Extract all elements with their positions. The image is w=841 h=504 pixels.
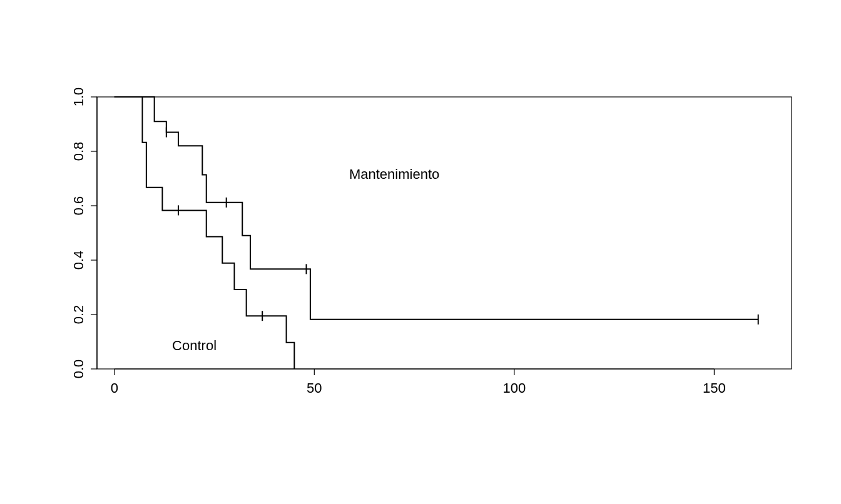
km-curve-control: [115, 97, 295, 369]
x-tick-label: 150: [703, 380, 726, 396]
annotation-control: Control: [172, 338, 217, 353]
annotation-mantenimiento: Mantenimiento: [349, 166, 439, 182]
y-tick-label: 0.6: [71, 196, 86, 216]
plot-frame: [97, 97, 792, 369]
km-curve-mantenimiento: [115, 97, 758, 320]
chart-svg: 0.00.20.40.60.81.0050100150Mantenimiento…: [0, 0, 841, 504]
y-tick-label: 0.8: [71, 142, 86, 161]
x-tick-label: 0: [111, 380, 118, 396]
y-tick-label: 0.0: [71, 360, 86, 379]
y-tick-label: 0.4: [71, 251, 86, 270]
x-tick-label: 50: [307, 380, 322, 396]
x-tick-label: 100: [502, 380, 526, 396]
y-tick-label: 0.2: [71, 305, 86, 325]
km-plot: 0.00.20.40.60.81.0050100150Mantenimiento…: [0, 0, 841, 504]
y-tick-label: 1.0: [71, 88, 86, 107]
